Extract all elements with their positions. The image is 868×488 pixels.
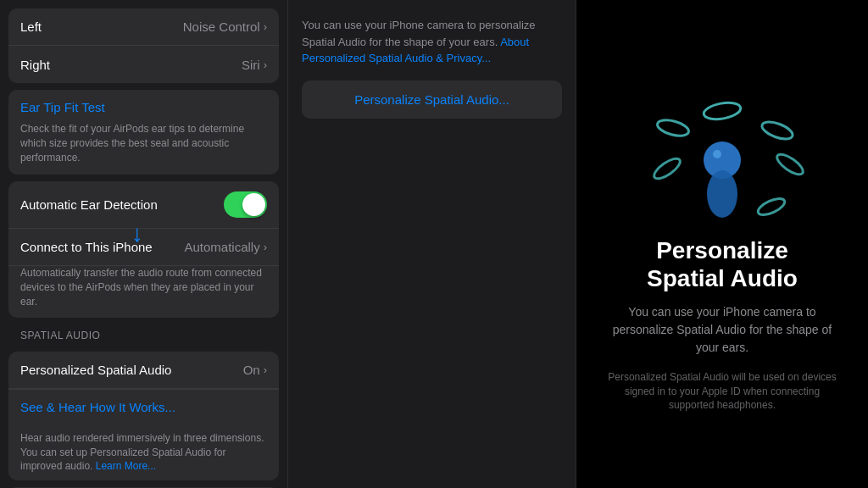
svg-point-5 [774,151,806,178]
left-settings-panel: Left Noise Control › Right Siri › Ear Ti… [0,0,288,488]
connect-iphone-label: Connect to This iPhone [20,240,153,254]
auto-ear-toggle[interactable] [224,191,267,218]
ear-tip-description: Check the fit of your AirPods ear tips t… [8,119,279,175]
connect-iphone-row[interactable]: Connect to This iPhone Automatically › [8,229,279,266]
personalize-spatial-button[interactable]: Personalize Spatial Audio... [302,80,562,119]
right-detail-panel: PersonalizeSpatial Audio You can use you… [576,0,868,488]
personalized-spatial-label: Personalized Spatial Audio [20,363,171,377]
spatial-audio-illustration [629,75,815,236]
auto-ear-row[interactable]: Automatic Ear Detection [8,181,279,229]
ear-detection-section: Automatic Ear Detection Connect to This … [8,181,279,317]
right-panel-title: PersonalizeSpatial Audio [647,236,798,293]
right-value-group: Siri › [242,58,267,72]
svg-point-3 [703,100,742,121]
right-panel-note: Personalized Spatial Audio will be used … [604,370,841,413]
spatial-chevron-icon: › [264,363,267,376]
connect-chevron-icon: › [264,241,267,253]
svg-point-8 [656,117,691,138]
auto-ear-label: Automatic Ear Detection [20,197,158,212]
connect-value: Automatically [184,240,259,254]
right-chevron-icon: › [264,58,267,71]
middle-detail-panel: You can use your iPhone camera to person… [288,0,576,488]
ear-tip-header: Ear Tip Fit Test [8,90,279,119]
spatial-audio-section: Personalized Spatial Audio On › See & He… [8,352,279,480]
svg-point-6 [756,195,787,218]
right-label: Right [20,58,50,72]
right-value: Siri [242,58,260,72]
left-row[interactable]: Left Noise Control › [8,8,279,46]
ear-tip-title: Ear Tip Fit Test [20,100,105,114]
ear-tip-section[interactable]: Ear Tip Fit Test Check the fit of your A… [8,90,279,175]
connect-value-group: Automatically › [184,240,267,254]
left-right-section: Left Noise Control › Right Siri › [8,8,279,83]
svg-point-4 [760,119,794,142]
spatial-audio-section-label: SPATIAL AUDIO [8,324,279,345]
learn-more-link[interactable]: Learn More... [96,460,156,472]
see-hear-link[interactable]: See & Hear How It Works... [8,389,279,424]
spatial-value: On [243,363,260,377]
personalized-spatial-row[interactable]: Personalized Spatial Audio On › [8,352,279,389]
spatial-info-text: You can use your iPhone camera to person… [302,17,562,67]
spatial-value-group: On › [243,363,267,377]
personalize-button-label: Personalize Spatial Audio... [354,92,509,107]
left-label: Left [20,19,42,34]
svg-point-1 [707,170,737,218]
left-chevron-icon: › [264,20,267,33]
spatial-audio-description: Hear audio rendered immersively in three… [8,424,279,480]
right-row[interactable]: Right Siri › [8,46,279,83]
connect-description: Automatically transfer the audio route f… [8,266,279,317]
svg-point-2 [713,150,721,158]
right-panel-description: You can use your iPhone camera to person… [604,303,841,357]
svg-point-7 [651,155,683,182]
left-value-group: Noise Control › [183,19,267,34]
left-value: Noise Control [183,19,260,34]
